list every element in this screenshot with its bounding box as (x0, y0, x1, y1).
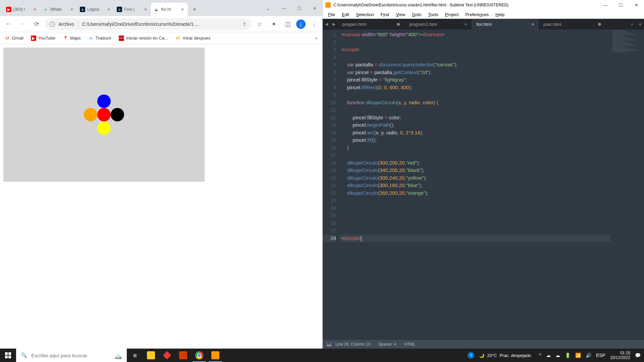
bookmark-youtube[interactable]: ▶YouTube (31, 36, 55, 41)
status-spaces[interactable]: Spaces: 4 (378, 342, 396, 347)
menu-icon[interactable]: ⋮ (308, 18, 320, 30)
bookmark-gmail[interactable]: MGmail (5, 36, 23, 41)
chrome-tabs: ▶ (303) I × ● Whats × a Lógica × a Foro … (0, 0, 261, 16)
menu-project[interactable]: Project (442, 11, 461, 18)
back-button[interactable]: ← (3, 18, 14, 30)
gmail-icon: M (5, 36, 10, 41)
tab-progam[interactable]: progam.html (337, 19, 405, 29)
menu-preferences[interactable]: Preferences (463, 11, 491, 18)
tab-flor[interactable]: flor.html× (472, 19, 539, 29)
sublime-tabs: ◀ ▶ progam.html program2.html× flor.html… (323, 19, 644, 29)
sublime-window: C:\Users\mafyi\OneDrive\Escritorio\curso… (323, 0, 644, 349)
chrome-tab-flor[interactable]: ◒ flor.ht × (151, 3, 188, 16)
search-illustration: 🏔️ (114, 351, 122, 359)
tab-prev-icon[interactable]: ◀ (323, 19, 330, 29)
notifications-icon[interactable]: 💬 (635, 353, 641, 358)
bookmark-translate[interactable]: 🗛Traducir (88, 36, 111, 41)
code-area[interactable]: <canvas width="600" height="400"></canva… (339, 29, 610, 340)
sidepanel-icon[interactable]: ◫ (282, 18, 293, 30)
tab-prac[interactable]: prac.html (539, 19, 606, 29)
address-bar[interactable]: i Archivo | C:/Users/mafyi/OneDrive/Escr… (45, 18, 251, 30)
new-tab-icon[interactable]: + (628, 22, 636, 27)
flower-canvas (3, 48, 205, 182)
bookmark-login[interactable]: COXIniciar sesión en Ca... (119, 36, 168, 41)
menu-find[interactable]: Find (378, 11, 392, 18)
taskbar-office[interactable] (175, 349, 191, 362)
language-indicator[interactable]: ESP (596, 353, 605, 358)
chevron-up-icon[interactable]: ^ (539, 353, 541, 358)
cloud-icon[interactable]: ☁ (555, 353, 560, 358)
taskbar-chrome[interactable] (191, 349, 207, 362)
tab-dropdown-icon[interactable]: ▾ (636, 22, 644, 27)
menu-file[interactable]: File (325, 11, 338, 18)
minimap[interactable] (610, 29, 644, 340)
reload-button[interactable]: ⟳ (31, 18, 42, 30)
taskbar-explorer[interactable] (143, 349, 159, 362)
menu-goto[interactable]: Goto (409, 11, 424, 18)
windows-taskbar: 🔍 Escribe aquí para buscar. 🏔️ ⊞ ? 🌙 20°… (0, 349, 644, 362)
close-icon[interactable]: × (531, 22, 534, 27)
taskbar-sublime[interactable] (207, 349, 223, 362)
bookmark-folder[interactable]: 📁mirar despues (175, 36, 210, 41)
weather-widget[interactable]: 🌙 20°C Prac. despejado (479, 353, 531, 358)
clock[interactable]: 01:15 15/12/2022 (610, 351, 630, 360)
status-lang[interactable]: HTML (404, 342, 415, 347)
forward-button[interactable]: → (17, 18, 28, 30)
taskbar-search[interactable]: 🔍 Escribe aquí para buscar. 🏔️ (16, 349, 127, 362)
tab-title: (303) I (13, 7, 30, 12)
chrome-tab-foro[interactable]: a Foro | × (114, 3, 151, 16)
start-button[interactable] (0, 349, 16, 362)
close-button[interactable]: ✕ (307, 3, 322, 14)
menu-edit[interactable]: Edit (339, 11, 352, 18)
maximize-button[interactable]: ☐ (291, 3, 307, 14)
tab-next-icon[interactable]: ▶ (330, 19, 337, 29)
minimize-button[interactable]: — (276, 3, 291, 14)
tab-program2[interactable]: program2.html× (405, 19, 472, 29)
bookmark-maps[interactable]: 📍Maps (63, 36, 81, 41)
star-icon[interactable]: ☆ (254, 18, 265, 30)
system-tray: ? 🌙 20°C Prac. despejado ^ ☁ ☁ 🔋 📶 🔊 ESP… (468, 349, 644, 362)
status-bar: Line 28, Column 10 Spaces: 4 HTML (323, 340, 644, 349)
translate-icon: 🗛 (88, 36, 94, 41)
taskbar-app-red[interactable] (159, 349, 175, 362)
menu-help[interactable]: Help (493, 11, 507, 18)
panel-icon[interactable] (327, 343, 331, 346)
sublime-icon (325, 2, 331, 8)
battery-icon[interactable]: 🔋 (565, 353, 571, 358)
sublime-titlebar[interactable]: C:\Users\mafyi\OneDrive\Escritorio\curso… (323, 0, 644, 10)
chrome-tab-logica[interactable]: a Lógica × (77, 3, 114, 16)
minimize-button[interactable]: — (598, 0, 613, 10)
window-title: C:\Users\mafyi\OneDrive\Escritorio\curso… (333, 3, 508, 7)
tray-help-icon[interactable]: ? (468, 352, 474, 359)
new-tab-button[interactable]: + (190, 5, 199, 14)
chrome-tab-whatsapp[interactable]: ● Whats × (40, 3, 77, 16)
close-icon[interactable]: × (180, 7, 185, 12)
menu-tools[interactable]: Tools (425, 11, 441, 18)
bookmarks-overflow[interactable]: » (315, 36, 318, 41)
menu-view[interactable]: View (393, 11, 408, 18)
close-icon[interactable]: × (464, 22, 467, 27)
chrome-window-controls: ⌄ — ☐ ✕ (261, 3, 322, 16)
menu-selection[interactable]: Selection (353, 11, 376, 18)
task-view-button[interactable]: ⊞ (127, 349, 143, 362)
close-button[interactable]: ✕ (629, 0, 644, 10)
close-icon[interactable]: × (143, 7, 148, 12)
onedrive-icon[interactable]: ☁ (546, 353, 551, 358)
address-prefix: Archivo (58, 21, 74, 27)
wifi-icon[interactable]: 📶 (575, 353, 581, 358)
windows-icon (5, 352, 11, 358)
line-gutter[interactable]: 1234567891011121314151617181920212223242… (323, 29, 339, 340)
close-icon[interactable]: × (106, 7, 111, 12)
profile-avatar[interactable]: j (296, 19, 306, 29)
volume-icon[interactable]: 🔊 (586, 353, 591, 358)
chrome-tab-youtube[interactable]: ▶ (303) I × (3, 3, 40, 16)
chevron-down-icon[interactable]: ⌄ (261, 3, 276, 14)
close-icon[interactable]: × (32, 7, 38, 12)
status-cursor[interactable]: Line 28, Column 10 (335, 342, 370, 347)
maximize-button[interactable]: ☐ (613, 0, 629, 10)
close-icon[interactable]: × (69, 7, 74, 12)
bookmarks-bar: MGmail ▶YouTube 📍Maps 🗛Traducir COXInici… (0, 32, 322, 44)
chrome-toolbar: ← → ⟳ i Archivo | C:/Users/mafyi/OneDriv… (0, 16, 322, 32)
share-icon[interactable]: ⇪ (243, 21, 247, 27)
extensions-icon[interactable]: ✦ (268, 18, 279, 30)
